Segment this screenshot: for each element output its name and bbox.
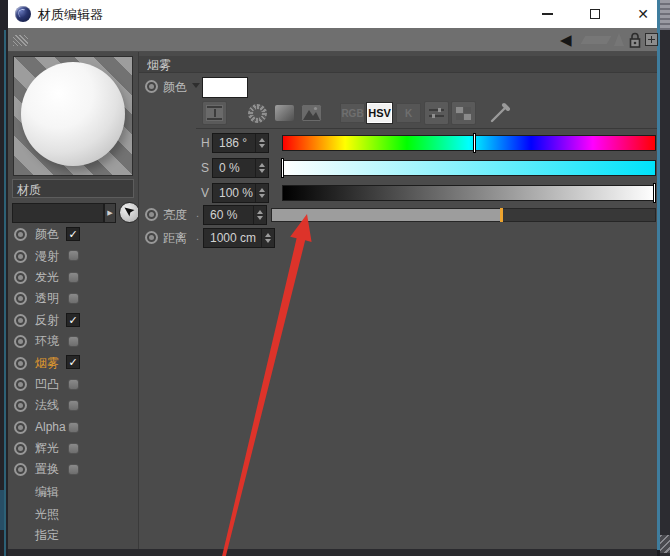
close-button[interactable]: ✕ [626,0,660,28]
color-system-button-k[interactable]: K [396,103,421,123]
maximize-button[interactable] [578,0,612,28]
channel-radio-icon[interactable] [14,228,27,241]
preset-combo-input[interactable] [12,203,104,223]
resize-grip[interactable] [660,535,670,553]
channel-checkbox[interactable] [68,250,79,261]
titlebar[interactable]: 材质编辑器 ✕ [8,0,657,28]
channel-label[interactable]: 置换 [35,461,59,478]
distance-radio-icon[interactable] [145,231,158,244]
channel-checkbox[interactable] [68,464,79,475]
channel-label[interactable]: 环境 [35,333,59,350]
swatches-icon[interactable] [451,101,476,125]
hue-handle[interactable] [473,133,476,153]
channel-row[interactable]: Alpha [8,417,138,438]
channel-row[interactable]: 透明 [8,288,138,309]
pick-material-button[interactable] [119,202,140,223]
channel-row[interactable]: 辉光 [8,438,138,459]
saturation-value[interactable]: 0 % [213,161,255,175]
channel-label[interactable]: 漫射 [35,248,59,265]
channel-checkbox[interactable]: ✓ [66,355,80,369]
channel-row[interactable]: 漫射 [8,245,138,266]
channel-row[interactable]: 环境 [8,331,138,352]
channel-row[interactable]: 法线 [8,395,138,416]
channel-label[interactable]: 发光 [35,269,59,286]
channel-label[interactable]: Alpha [35,420,66,434]
hue-value-box[interactable]: 186 ° [212,133,269,153]
channel-checkbox[interactable] [68,422,79,433]
color-swatch[interactable] [202,77,248,98]
color-radio-icon[interactable] [145,80,158,93]
compact-mode-icon[interactable] [202,101,227,125]
hue-value[interactable]: 186 ° [213,136,255,150]
channel-checkbox[interactable] [68,293,79,304]
channel-row[interactable]: 烟雾✓ [8,352,138,373]
channel-checkbox[interactable] [68,379,79,390]
channel-checkbox[interactable]: ✓ [66,313,80,327]
channel-row[interactable]: 凹凸 [8,374,138,395]
channel-row[interactable]: 发光 [8,267,138,288]
channel-radio-icon[interactable] [14,250,27,263]
distance-value-box[interactable]: 1000 cm [203,228,275,248]
channel-row[interactable]: 置换 [8,459,138,480]
value-slider[interactable] [282,185,656,201]
channel-radio-icon[interactable] [14,378,27,391]
channel-checkbox[interactable] [68,272,79,283]
distance-value[interactable]: 1000 cm [204,231,261,245]
channel-label[interactable]: 烟雾 [35,355,59,372]
color-wheel-icon[interactable] [245,101,270,125]
channel-checkbox[interactable] [68,443,79,454]
channel-radio-icon[interactable] [14,271,27,284]
channel-label[interactable]: 反射 [35,312,59,329]
channel-label[interactable]: 颜色 [35,226,59,243]
channel-label[interactable]: 凹凸 [35,376,59,393]
brightness-radio-icon[interactable] [145,208,158,221]
hue-slider[interactable] [282,135,656,151]
mixer-icon[interactable] [424,101,449,125]
material-preview[interactable] [13,56,133,176]
brightness-value[interactable]: 60 % [204,208,253,222]
add-panel-icon[interactable] [645,33,658,46]
value-value[interactable]: 100 % [213,186,255,200]
brightness-value-box[interactable]: 60 % [203,205,267,225]
color-system-button-rgb[interactable]: RGB [340,103,365,123]
channel-radio-icon[interactable] [14,292,27,305]
material-name-field[interactable]: 材质 [12,179,134,198]
channel-checkbox[interactable] [68,336,79,347]
sidebar-section[interactable]: 编辑 [8,482,138,503]
image-picker-icon[interactable] [299,101,324,125]
distance-spinner[interactable] [261,229,274,247]
value-spinner[interactable] [255,184,268,202]
channel-radio-icon[interactable] [14,357,27,370]
channel-radio-icon[interactable] [14,399,27,412]
channel-checkbox[interactable] [68,400,79,411]
channel-label[interactable]: 辉光 [35,440,59,457]
color-system-button-hsv[interactable]: HSV [367,103,392,123]
channel-radio-icon[interactable] [14,421,27,434]
brightness-spinner[interactable] [253,206,266,224]
saturation-slider[interactable] [282,160,656,176]
brightness-slider[interactable] [271,208,656,222]
channel-label[interactable]: 法线 [35,397,59,414]
saturation-spinner[interactable] [255,159,268,177]
saturation-value-box[interactable]: 0 % [212,158,269,178]
brightness-handle[interactable] [500,208,503,222]
channel-radio-icon[interactable] [14,314,27,327]
drag-grip-icon[interactable] [13,35,28,46]
hue-spinner[interactable] [255,134,268,152]
channel-label[interactable]: 透明 [35,290,59,307]
minimize-button[interactable] [530,0,564,28]
channel-radio-icon[interactable] [14,442,27,455]
sidebar-section[interactable]: 光照 [8,503,138,524]
combo-expand-button[interactable]: ▶ [104,203,116,223]
channel-checkbox[interactable]: ✓ [66,227,80,241]
eyedropper-icon[interactable] [487,101,512,125]
channel-radio-icon[interactable] [14,335,27,348]
lock-icon[interactable] [628,32,642,53]
sidebar-section[interactable]: 指定 [8,525,138,546]
value-value-box[interactable]: 100 % [212,183,269,203]
channel-row[interactable]: 颜色✓ [8,224,138,245]
spectrum-icon[interactable] [272,101,297,125]
back-arrow-icon[interactable]: ◀ [560,31,572,49]
channel-row[interactable]: 反射✓ [8,310,138,331]
channel-radio-icon[interactable] [14,463,27,476]
